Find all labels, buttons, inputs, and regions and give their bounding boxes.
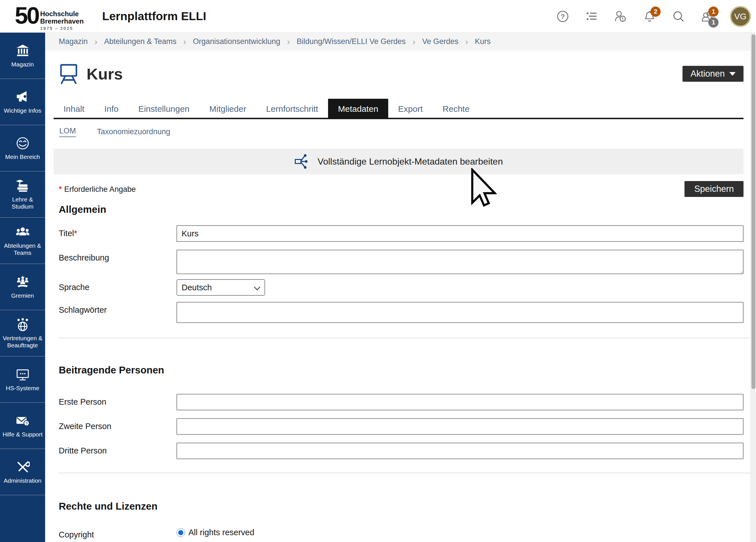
logo-line1: Hochschule (40, 10, 83, 18)
sidebar-item-mein-bereich[interactable]: Mein Bereich (0, 125, 45, 171)
copyright-option-label: All rights reserved (188, 528, 254, 537)
tab-mitglieder[interactable]: Mitglieder (199, 99, 256, 118)
section-divider (59, 473, 750, 473)
bank-icon (16, 44, 30, 58)
tools-icon (16, 460, 30, 474)
sidebar-item-hilfe-support[interactable]: ? Hilfe & Support (0, 403, 45, 449)
mail-question-icon: ? (16, 414, 30, 428)
logo-line2: Bremerhaven (40, 18, 83, 25)
tab-inhalt[interactable]: Inhalt (54, 99, 94, 118)
section-heading-rechte: Rechte und Lizenzen (59, 501, 744, 512)
speichern-button[interactable]: Speichern (684, 181, 744, 197)
contacts-icon[interactable]: 1 1 (701, 10, 714, 23)
tab-lernfortschritt[interactable]: Lernfortschritt (256, 99, 328, 118)
notifications-badge: 2 (650, 7, 661, 17)
svg-text:?: ? (25, 421, 28, 425)
dritte-person-label: Dritte Person (59, 443, 177, 455)
sidebar-item-abteilungen-teams[interactable]: Abteilungen & Teams (0, 218, 45, 264)
breadcrumb-item[interactable]: Kurs (475, 37, 491, 46)
form-row-copyright: Copyright All rights reserved (54, 527, 744, 539)
section-divider (59, 338, 750, 338)
breadcrumb-item[interactable]: Organisationsentwicklung (193, 37, 280, 46)
subtab-taxonomiezuordnung[interactable]: Taxonomiezuordnung (97, 127, 170, 136)
schlagwoerter-input[interactable] (177, 302, 744, 323)
app-title: Lernplattform ELLI (102, 0, 206, 33)
breadcrumb-item[interactable]: Magazin (59, 37, 88, 46)
committee-icon (16, 275, 30, 289)
breadcrumb-separator: › (465, 37, 468, 47)
form-row-dritte-person: Dritte Person (54, 443, 744, 459)
user-avatar[interactable]: VG (730, 6, 751, 27)
smiley-icon (16, 136, 30, 150)
awareness-icon[interactable] (614, 10, 627, 23)
required-note: *Erforderliche Angabe (59, 184, 136, 194)
tab-export[interactable]: Export (388, 99, 433, 118)
form-row-sprache: Sprache Deutsch (54, 279, 744, 296)
metadata-node-icon (294, 154, 310, 169)
breadcrumb-separator: › (183, 37, 186, 47)
tab-metadaten[interactable]: Metadaten (328, 99, 388, 118)
breadcrumb-separator: › (95, 37, 97, 47)
erste-person-label: Erste Person (59, 394, 177, 407)
form-row-erste-person: Erste Person (54, 394, 744, 410)
subtab-lom[interactable]: LOM (59, 127, 76, 137)
hochschule-bremerhaven-logo: 50 Hochschule Bremerhaven 1975 – 2025 (15, 2, 84, 31)
dritte-person-input[interactable] (177, 443, 744, 459)
breadcrumb-item[interactable]: Bildung/Wissen/ELLI Ve Gerdes (297, 37, 406, 46)
sidebar-item-gremien[interactable]: Gremien (0, 264, 45, 310)
sidebar-item-wichtige-infos[interactable]: Wichtige Infos (0, 79, 45, 125)
aktionen-button[interactable]: Aktionen (683, 66, 744, 82)
page-title: Kurs (87, 65, 123, 83)
zweite-person-label: Zweite Person (59, 418, 177, 431)
tab-info[interactable]: Info (94, 99, 128, 118)
beschreibung-label: Beschreibung (59, 250, 177, 262)
form-row-beschreibung: Beschreibung (54, 250, 744, 275)
logo-years: 1975 – 2025 (40, 26, 83, 31)
tab-einstellungen[interactable]: Einstellungen (128, 99, 199, 118)
contacts-badge-total: 1 (708, 17, 719, 28)
tab-bar: Inhalt Info Einstellungen Mitglieder Ler… (54, 99, 744, 119)
todo-list-icon[interactable] (585, 10, 598, 23)
people-group-icon (16, 225, 30, 239)
schlagwoerter-label: Schlagwörter (59, 302, 177, 315)
required-asterisk: * (59, 184, 62, 194)
chevron-down-icon (729, 72, 736, 76)
main-sidebar: Magazin Wichtige Infos Mein Bereich Lehr… (0, 33, 45, 542)
vertical-scrollbar[interactable] (750, 33, 756, 542)
books-icon (16, 179, 30, 193)
sidebar-item-lehre-studium[interactable]: Lehre & Studium (0, 171, 45, 218)
scrollbar-thumb[interactable] (751, 34, 755, 389)
monitor-icon (16, 367, 30, 382)
sidebar-item-administration[interactable]: Administration (0, 449, 45, 495)
breadcrumb-item[interactable]: Abteilungen & Teams (104, 37, 177, 46)
breadcrumb-item[interactable]: Ve Gerdes (422, 37, 459, 46)
section-heading-beitragende: Beitragende Personen (59, 364, 744, 376)
sidebar-item-hs-systeme[interactable]: HS-Systeme (0, 356, 45, 403)
copyright-radio-all-rights-reserved[interactable] (177, 528, 185, 537)
main-content: Kurs Aktionen Inhalt Info Einstellungen … (45, 51, 750, 542)
megaphone-icon (16, 90, 30, 104)
titel-label: Titel* (59, 225, 177, 238)
breadcrumb: Magazin › Abteilungen & Teams › Organisa… (45, 33, 750, 51)
search-icon[interactable] (672, 10, 685, 23)
sidebar-item-magazin[interactable]: Magazin (0, 33, 45, 79)
header-icon-row: ? (556, 0, 751, 33)
sprache-select[interactable]: Deutsch (177, 279, 265, 296)
edit-full-metadata-label: Vollständige Lernobjekt-Metadaten bearbe… (318, 156, 503, 167)
notifications-bell-icon[interactable]: 2 (643, 10, 656, 23)
titel-input[interactable] (177, 225, 744, 242)
edit-full-metadata-link[interactable]: Vollständige Lernobjekt-Metadaten bearbe… (54, 149, 744, 174)
beschreibung-textarea[interactable] (177, 250, 744, 274)
breadcrumb-separator: › (413, 37, 415, 47)
form-row-schlagwoerter: Schlagwörter (54, 302, 744, 323)
tab-rechte[interactable]: Rechte (433, 99, 480, 118)
sprache-label: Sprache (59, 279, 177, 292)
copyright-label: Copyright (59, 527, 177, 539)
help-icon[interactable]: ? (556, 10, 569, 23)
erste-person-input[interactable] (177, 394, 744, 410)
zweite-person-input[interactable] (177, 418, 744, 435)
screen: 50 Hochschule Bremerhaven 1975 – 2025 Le… (0, 0, 756, 542)
sidebar-item-vertretungen-beauftragte[interactable]: Vertretungen & Beauftragte (0, 310, 45, 356)
contacts-badge-new: 1 (708, 7, 719, 17)
top-header: 50 Hochschule Bremerhaven 1975 – 2025 Le… (0, 0, 756, 33)
